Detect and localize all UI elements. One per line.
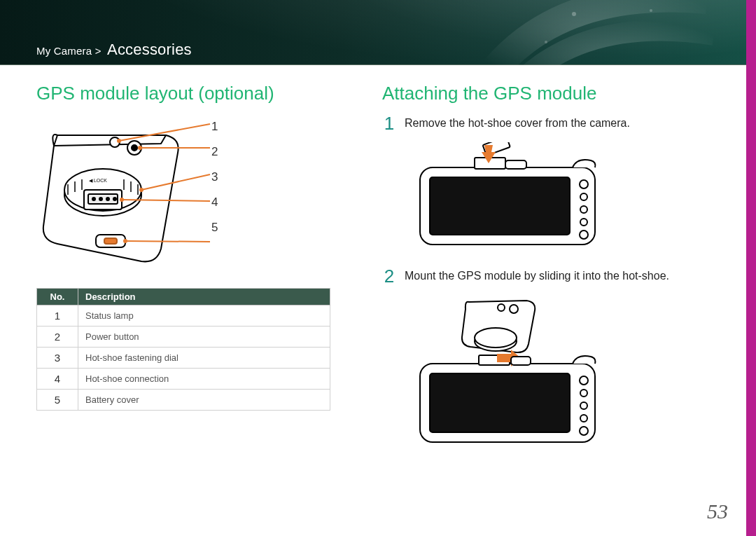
table-row: 1Status lamp bbox=[37, 305, 330, 327]
svg-rect-35 bbox=[430, 177, 570, 235]
illustration-remove-hotshoe-cover bbox=[406, 142, 728, 254]
callout-number: 5 bbox=[211, 215, 218, 240]
svg-point-52 bbox=[580, 402, 587, 409]
svg-point-33 bbox=[124, 240, 127, 242]
svg-rect-23 bbox=[104, 238, 117, 244]
parts-table: No. Description 1Status lamp 2Power butt… bbox=[36, 288, 330, 411]
parts-table-head-no: No. bbox=[37, 289, 78, 305]
svg-point-19 bbox=[99, 198, 102, 200]
svg-point-18 bbox=[92, 198, 95, 200]
callout-number: 2 bbox=[211, 139, 218, 165]
callout-number: 3 bbox=[211, 165, 218, 190]
brand-accent-stripe bbox=[746, 0, 756, 536]
callout-number: 4 bbox=[211, 190, 218, 215]
svg-point-20 bbox=[106, 198, 109, 200]
svg-point-30 bbox=[139, 146, 141, 149]
svg-point-44 bbox=[498, 304, 505, 311]
heading-gps-layout: GPS module layout (optional) bbox=[36, 83, 382, 104]
step-text: Mount the GPS module by sliding it into … bbox=[405, 267, 669, 282]
table-row: 3Hot-shoe fastening dial bbox=[37, 348, 330, 369]
svg-point-47 bbox=[475, 328, 517, 348]
illustration-mount-gps bbox=[406, 295, 728, 456]
page-number: 53 bbox=[707, 500, 728, 523]
svg-point-51 bbox=[580, 390, 587, 397]
svg-point-32 bbox=[120, 198, 123, 201]
svg-point-50 bbox=[580, 376, 588, 385]
table-row: 2Power button bbox=[37, 327, 330, 348]
svg-line-28 bbox=[125, 241, 210, 242]
svg-point-39 bbox=[580, 219, 587, 226]
step-2: 2 Mount the GPS module by sliding it int… bbox=[382, 267, 728, 456]
svg-point-31 bbox=[140, 188, 143, 191]
svg-point-37 bbox=[580, 193, 587, 200]
step-number: 2 bbox=[382, 267, 396, 285]
step-1: 1 Remove the hot-shoe cover from the cam… bbox=[382, 114, 728, 254]
svg-point-29 bbox=[118, 139, 120, 142]
callout-number: 1 bbox=[211, 114, 218, 139]
svg-rect-56 bbox=[511, 357, 531, 365]
svg-point-6 bbox=[132, 145, 137, 151]
svg-point-45 bbox=[510, 305, 518, 313]
breadcrumb-section: Accessories bbox=[107, 41, 192, 58]
breadcrumb-path: My Camera > bbox=[36, 45, 102, 57]
table-row: 4Hot-shoe connection bbox=[37, 369, 330, 390]
svg-rect-43 bbox=[505, 160, 526, 169]
svg-point-53 bbox=[580, 415, 587, 422]
table-row: 5Battery cover bbox=[37, 390, 330, 411]
parts-table-head-desc: Description bbox=[78, 289, 330, 305]
step-text: Remove the hot-shoe cover from the camer… bbox=[405, 114, 630, 130]
svg-point-40 bbox=[580, 231, 588, 239]
svg-text:◀ LOCK: ◀ LOCK bbox=[89, 178, 107, 183]
svg-point-36 bbox=[580, 180, 588, 188]
svg-rect-49 bbox=[430, 373, 570, 432]
svg-point-54 bbox=[580, 427, 588, 435]
svg-point-21 bbox=[113, 198, 116, 200]
step-number: 1 bbox=[382, 114, 396, 132]
breadcrumb: My Camera > Accessories bbox=[36, 41, 192, 59]
gps-module-diagram: ◀ LOCK bbox=[36, 114, 246, 275]
svg-point-38 bbox=[580, 206, 587, 213]
heading-attaching: Attaching the GPS module bbox=[382, 83, 728, 104]
